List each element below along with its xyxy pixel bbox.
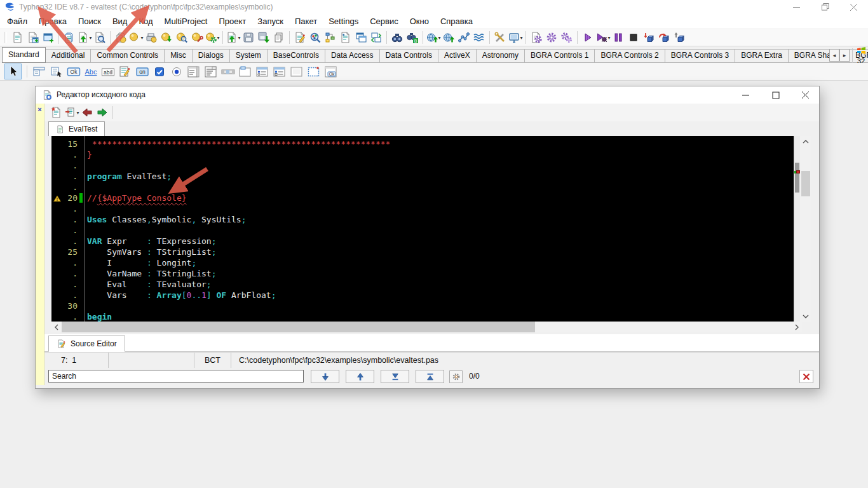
- vertical-scrollbar[interactable]: [800, 136, 811, 322]
- component-mainmenu[interactable]: [31, 64, 48, 80]
- palette-tab[interactable]: System: [229, 49, 268, 63]
- strip-close-icon[interactable]: ×: [36, 105, 44, 114]
- component-memo[interactable]: [116, 64, 133, 80]
- menu-item[interactable]: Пакет: [289, 14, 323, 29]
- code-line[interactable]: . Vars : Array[0..1] OF ArbFloat;: [51, 290, 794, 301]
- code-line[interactable]: 30: [51, 301, 794, 311]
- step-into-icon[interactable]: [641, 30, 656, 45]
- scroll-up-button[interactable]: [800, 136, 811, 147]
- scroll-right-button[interactable]: [792, 322, 802, 332]
- component-togglebox[interactable]: on: [133, 64, 151, 80]
- close-button[interactable]: [839, 0, 868, 14]
- component-button[interactable]: Ok: [65, 64, 82, 80]
- editor-maximize-button[interactable]: [765, 86, 787, 104]
- copy-unit-icon[interactable]: [271, 30, 287, 45]
- menu-item[interactable]: MultiProject: [159, 14, 214, 29]
- component-combobox[interactable]: [202, 64, 219, 80]
- component-edit[interactable]: abI: [99, 64, 116, 80]
- step-over-icon[interactable]: [656, 30, 672, 45]
- palette-tab[interactable]: Data Access: [325, 49, 380, 63]
- open-unit-icon[interactable]: [62, 30, 77, 45]
- package-find-icon[interactable]: [174, 30, 189, 45]
- menu-item[interactable]: Сервис: [364, 14, 404, 29]
- dropdown-caret-icon[interactable]: ▾: [238, 35, 240, 41]
- window-swap-icon[interactable]: [369, 30, 384, 45]
- build-options-icon[interactable]: [529, 30, 544, 45]
- menu-item[interactable]: Проект: [213, 14, 252, 29]
- save-icon[interactable]: [241, 30, 256, 45]
- component-groupbox[interactable]: [236, 64, 254, 80]
- upload-icon[interactable]: ▾: [426, 30, 441, 45]
- menu-item[interactable]: Правка: [33, 14, 72, 29]
- nav-back-icon[interactable]: [79, 105, 95, 120]
- dropdown-caret-icon[interactable]: ▾: [520, 35, 522, 41]
- editor-new-unit-icon[interactable]: [49, 105, 64, 120]
- configure-tools-icon[interactable]: [492, 30, 508, 45]
- component-radiogroup[interactable]: [254, 64, 271, 80]
- component-radiobutton[interactable]: [168, 64, 185, 80]
- code-line[interactable]: .Uses Classes,Symbolic, SysUtils;: [51, 214, 794, 225]
- minimize-button[interactable]: [782, 0, 811, 14]
- scroll-down-button[interactable]: [800, 311, 811, 322]
- palette-tab[interactable]: Misc: [164, 49, 193, 63]
- menu-item[interactable]: Settings: [323, 14, 364, 29]
- menu-item[interactable]: Окно: [404, 14, 435, 29]
- component-frame[interactable]: [305, 64, 322, 80]
- package-config-icon[interactable]: [189, 30, 205, 45]
- menu-item[interactable]: Запуск: [252, 14, 289, 29]
- menu-item[interactable]: Поиск: [72, 14, 107, 29]
- component-checkgroup[interactable]: [271, 64, 288, 80]
- code-line[interactable]: .: [51, 160, 794, 171]
- code-line[interactable]: 20//{$AppType Console}: [51, 193, 794, 203]
- palette-scroll-left-button[interactable]: ◂: [829, 49, 839, 62]
- horizontal-scroll-thumb[interactable]: [62, 322, 535, 332]
- save-all-icon[interactable]: [256, 30, 271, 45]
- dropdown-caret-icon[interactable]: ▾: [76, 110, 79, 116]
- dropdown-caret-icon[interactable]: ▾: [89, 35, 92, 41]
- open-project-icon[interactable]: ▾: [226, 30, 241, 45]
- code-line[interactable]: .}: [51, 149, 794, 160]
- find-first-button[interactable]: [416, 370, 444, 383]
- palette-tab[interactable]: BGRA Extra: [735, 49, 789, 63]
- component-listbox[interactable]: [185, 64, 202, 80]
- package-install-icon[interactable]: [159, 30, 174, 45]
- code-line[interactable]: .: [51, 182, 794, 193]
- palette-tab[interactable]: BGRA Controls 1: [524, 49, 595, 63]
- component-label[interactable]: Abc: [82, 64, 99, 80]
- palette-tab[interactable]: Standard: [2, 47, 46, 63]
- code-line[interactable]: .program EvalTest;: [51, 171, 794, 182]
- find-unit-icon[interactable]: [92, 30, 107, 45]
- find-previous-button[interactable]: [346, 370, 374, 383]
- target-monitor-icon[interactable]: ▾: [508, 30, 523, 45]
- find-next-button[interactable]: [311, 370, 339, 383]
- search-close-button[interactable]: [799, 370, 813, 383]
- code-line[interactable]: .: [51, 225, 794, 236]
- vertical-scroll-thumb[interactable]: [801, 171, 810, 196]
- palette-tab[interactable]: Data Controls: [379, 49, 438, 63]
- palette-tab[interactable]: Additional: [45, 49, 92, 63]
- menu-item[interactable]: Код: [133, 14, 158, 29]
- component-checkbox[interactable]: [151, 64, 168, 80]
- dropdown-caret-icon[interactable]: ▾: [217, 35, 219, 41]
- component-popupmenu[interactable]: [48, 64, 65, 80]
- component-panel[interactable]: [288, 64, 305, 80]
- goto-include-icon[interactable]: ▾: [64, 105, 79, 120]
- search-options-button[interactable]: [449, 370, 463, 383]
- menu-item[interactable]: Справка: [435, 14, 478, 29]
- tab-evaltest[interactable]: EvalTest: [48, 121, 105, 136]
- overview-ruler[interactable]: [794, 136, 800, 322]
- code-line[interactable]: 15 *************************************…: [51, 139, 794, 149]
- find-in-files-icon[interactable]: B: [405, 30, 420, 45]
- package-print-icon[interactable]: [144, 30, 159, 45]
- palette-tab[interactable]: ActiveX: [438, 49, 477, 63]
- package-open-icon[interactable]: ▾: [128, 30, 144, 45]
- build-icon[interactable]: [544, 30, 559, 45]
- code-line[interactable]: .begin: [51, 311, 794, 322]
- node-graph-icon[interactable]: [456, 30, 471, 45]
- palette-tab[interactable]: Astronomy: [476, 49, 525, 63]
- component-buttonpanel[interactable]: Ok: [322, 64, 339, 80]
- palette-scroll-right-button[interactable]: ▸: [839, 49, 850, 62]
- new-unit-icon[interactable]: [10, 30, 25, 45]
- search-input[interactable]: [48, 370, 304, 383]
- scroll-left-button[interactable]: [51, 322, 62, 332]
